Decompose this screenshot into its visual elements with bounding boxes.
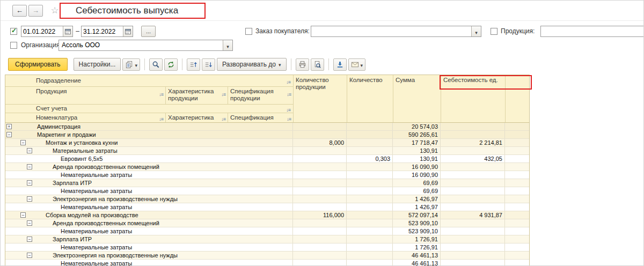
cell-sum: 16 090,90 <box>393 171 441 179</box>
table-row[interactable]: −Аренда производственных помещений523 90… <box>5 219 529 227</box>
collapse-icon[interactable]: − <box>27 164 32 169</box>
table-row[interactable]: Нематериальные затраты69,69 <box>5 187 529 195</box>
forward-button[interactable] <box>28 5 43 17</box>
calendar-button[interactable] <box>63 26 72 36</box>
collapse-icon[interactable]: − <box>20 140 26 145</box>
table-row[interactable]: Нематериальные затраты523 909,10 <box>5 227 529 235</box>
table-row[interactable]: −Монтаж и установка кухни8,00017 718,472… <box>5 139 529 147</box>
table-row[interactable]: +Администрация20 574,03 <box>5 123 529 131</box>
row-tree-gutter: − <box>5 252 35 259</box>
expand-groups-button[interactable] <box>202 58 215 71</box>
production-input[interactable] <box>540 26 644 37</box>
cell-qty <box>347 260 393 266</box>
collapse-icon[interactable]: − <box>27 220 32 226</box>
table-row[interactable]: −Электроэнергия на производственные нужд… <box>5 252 529 260</box>
print-preview-button[interactable] <box>311 58 324 71</box>
organization-combobox[interactable]: Ассоль ООО <box>58 40 233 51</box>
collapse-icon[interactable]: − <box>6 132 12 137</box>
cell-qty <box>347 252 393 259</box>
row-tree-gutter: − <box>5 139 35 146</box>
table-row[interactable]: Нематериальные затраты1 426,97 <box>5 203 529 211</box>
date-from-field <box>21 26 73 37</box>
cell-sum: 1 726,91 <box>393 243 441 251</box>
chevron-down-icon <box>475 27 478 36</box>
header-production-specification[interactable]: Спецификация продукции <box>228 87 293 104</box>
header-nomenclature[interactable]: Номенклатура <box>5 113 166 122</box>
period-checkbox[interactable] <box>10 28 17 35</box>
collapse-icon[interactable]: − <box>27 148 32 153</box>
back-button[interactable] <box>12 5 27 17</box>
print-preview-icon <box>313 61 321 69</box>
collapse-groups-button[interactable] <box>187 58 200 71</box>
collapse-icon[interactable]: − <box>27 180 32 186</box>
header-qty-production[interactable]: Количество продукции <box>293 75 347 122</box>
dropdown-button[interactable] <box>471 26 481 36</box>
sort-icon[interactable] <box>287 113 291 123</box>
header-production-characteristic[interactable]: Характеристика продукции <box>166 87 228 104</box>
header-row-department[interactable]: Подразделение <box>5 75 293 87</box>
report-variants-button[interactable] <box>122 58 140 71</box>
expand-icon[interactable]: + <box>6 124 12 129</box>
cell-unit-cost <box>441 147 505 154</box>
header-unit-cost[interactable]: Себестоимость ед. <box>441 75 505 122</box>
refresh-button[interactable] <box>164 58 178 71</box>
table-row[interactable]: −Электроэнергия на производственные нужд… <box>5 195 529 203</box>
organization-checkbox[interactable] <box>10 42 17 49</box>
customer-order-combobox[interactable] <box>311 26 481 37</box>
table-row[interactable]: Нематериальные затраты1 726,91 <box>5 243 529 252</box>
organization-value: Ассоль ООО <box>59 40 223 50</box>
sort-icon[interactable] <box>221 113 225 123</box>
cell-qty-production <box>293 252 347 259</box>
header-sum[interactable]: Сумма <box>393 75 441 122</box>
cell-unit-cost <box>441 131 505 138</box>
search-button[interactable] <box>149 58 163 71</box>
header-characteristic[interactable]: Характеристика <box>166 113 228 122</box>
collapse-icon[interactable]: − <box>20 212 26 218</box>
table-row[interactable]: Нематериальные затраты46 461,13 <box>5 260 529 266</box>
collapse-icon[interactable]: − <box>27 237 32 242</box>
generate-button[interactable]: Сформировать <box>8 58 68 71</box>
sort-icon[interactable] <box>286 76 290 86</box>
table-row[interactable]: −Материальные затраты130,91 <box>5 147 529 155</box>
table-row[interactable]: Евровинт 6,5x50,303130,91432,05 <box>5 155 529 163</box>
cell-blank <box>505 195 529 203</box>
table-row[interactable]: −Маркетинг и продажи590 265,61 <box>5 131 529 139</box>
header-specification[interactable]: Спецификация <box>228 113 293 122</box>
sort-icon[interactable] <box>286 104 290 114</box>
cell-qty-production <box>293 155 347 162</box>
cell-qty <box>347 131 393 138</box>
customer-order-checkbox[interactable] <box>245 28 252 35</box>
date-to-input[interactable] <box>82 26 123 36</box>
header-qty[interactable]: Количество <box>347 75 393 122</box>
table-row[interactable]: −Зарплата ИТР1 726,91 <box>5 235 529 243</box>
header-production[interactable]: Продукция <box>5 87 166 104</box>
collapse-icon[interactable]: − <box>27 196 32 202</box>
row-tree-gutter <box>5 171 35 179</box>
favorites-star-icon[interactable] <box>50 5 60 16</box>
cell-sum: 130,91 <box>393 147 441 154</box>
print-button[interactable] <box>296 58 309 71</box>
table-row[interactable]: Нематериальные затраты16 090,90 <box>5 171 529 179</box>
table-row[interactable]: −Аренда производственных помещений16 090… <box>5 163 529 171</box>
collapse-icon[interactable]: − <box>27 253 32 258</box>
sort-icon[interactable] <box>287 88 291 98</box>
save-button[interactable] <box>333 58 347 71</box>
calendar-button[interactable] <box>123 26 133 36</box>
email-button[interactable] <box>348 58 366 71</box>
expand-to-button[interactable]: Разворачивать до <box>217 58 287 71</box>
sort-icon[interactable] <box>159 88 163 98</box>
cell-name: Нематериальные затраты <box>35 260 293 266</box>
dropdown-button[interactable] <box>223 40 232 50</box>
cell-sum: 46 461,13 <box>393 252 441 259</box>
table-row[interactable]: −Сборка модулей на производстве116,00057… <box>5 211 529 219</box>
sort-icon[interactable] <box>221 88 225 98</box>
collapse-groups-icon <box>189 61 197 69</box>
table-row[interactable]: −Зарплата ИТР69,69 <box>5 179 529 187</box>
date-from-input[interactable] <box>21 26 63 36</box>
production-checkbox[interactable] <box>491 28 497 35</box>
settings-button[interactable]: Настройки... <box>74 58 121 71</box>
sort-icon[interactable] <box>159 113 163 123</box>
header-row-account[interactable]: Счет учета <box>5 105 293 113</box>
period-more-button[interactable]: ... <box>141 26 156 37</box>
cell-sum: 69,69 <box>393 179 441 187</box>
